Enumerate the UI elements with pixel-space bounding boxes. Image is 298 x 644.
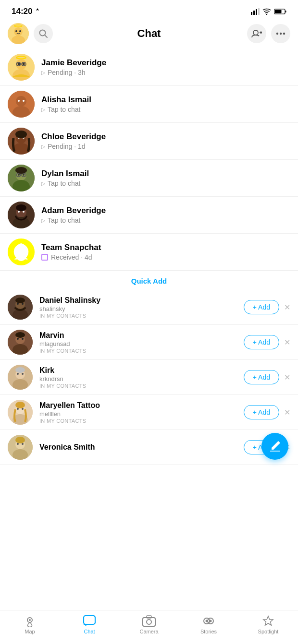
svg-point-79 [22,408,24,410]
qa-tag: IN MY CONTACTS [39,383,244,389]
add-button[interactable]: + Add [244,370,279,384]
add-friend-button[interactable] [247,24,266,43]
svg-point-25 [18,63,20,65]
camera-icon [142,615,156,627]
quick-add-item[interactable]: Kirk krkndrsn IN MY CONTACTS + Add ✕ [0,360,298,395]
status-time: 14:20 [12,7,40,16]
quick-add-item[interactable]: Veronica Smith + Add ✕ [0,430,298,465]
svg-rect-90 [84,616,95,624]
status-bar: 14:20 [0,0,298,20]
time-display: 14:20 [12,7,32,16]
dylan-avatar [8,165,35,191]
qa-info: Daniel Shalinsky shalinsky IN MY CONTACT… [39,296,244,319]
chat-info: Adam Beveridge ▷ Tap to chat [41,206,290,224]
qa-tag: IN MY CONTACTS [39,348,244,354]
svg-point-56 [16,204,26,211]
chat-avatar [8,165,35,191]
nav-label-spotlight: Spotlight [258,629,279,634]
qa-actions: + Add ✕ [244,405,290,419]
chat-icon [83,615,96,627]
nav-item-map[interactable]: Map [0,615,60,634]
nav-label-stories: Stories [200,629,217,634]
add-button[interactable]: + Add [244,335,279,349]
daniel-avatar [8,295,33,320]
add-button[interactable]: + Add [244,300,279,314]
qa-name: Maryellen Tattoo [39,401,244,410]
quick-add-item[interactable]: Marvin mlagunsad IN MY CONTACTS + Add ✕ [0,325,298,360]
tap-icon: ▷ [41,180,45,187]
svg-point-11 [15,30,17,32]
svg-rect-1 [253,11,255,15]
chat-name: Chloe Beveridge [41,132,290,142]
chat-name: Alisha Ismail [41,95,290,105]
svg-point-45 [18,174,20,176]
more-button[interactable] [271,24,290,43]
quick-add-header: Quick Add [0,271,298,290]
chat-item[interactable]: Chloe Beveridge ▷ Pending · 1d [0,123,298,160]
marvin-avatar [8,330,33,355]
avatar-image [8,23,29,44]
snapchat-logo [10,241,32,263]
more-icon [276,32,286,35]
compose-fab[interactable] [261,433,288,460]
qa-username: mellllen [39,410,244,417]
add-button[interactable]: + Add [244,405,279,419]
svg-marker-98 [263,616,273,625]
svg-point-67 [22,338,24,340]
search-button[interactable] [34,24,53,43]
qa-username: krkndrsn [39,375,244,382]
chat-info: Jamie Beveridge ▷ Pending · 3h [41,58,290,76]
user-avatar[interactable] [8,23,29,44]
svg-point-4 [266,14,267,15]
svg-line-15 [45,35,47,37]
nav-item-stories[interactable]: Stories [179,615,238,634]
qa-tag: IN MY CONTACTS [39,418,244,424]
chat-item[interactable]: Jamie Beveridge ▷ Pending · 3h [0,49,298,86]
bottom-nav: Map Chat Camera Stories [0,610,298,644]
search-icon [38,29,48,38]
nav-item-spotlight[interactable]: Spotlight [238,615,298,634]
qa-avatar [8,400,33,425]
svg-rect-6 [286,11,286,12]
dismiss-button[interactable]: ✕ [284,373,290,382]
svg-rect-7 [275,10,282,13]
chat-item[interactable]: Alisha Ismail ▷ Tap to chat [0,86,298,123]
adam-avatar [8,202,35,228]
nav-item-camera[interactable]: Camera [119,615,179,634]
svg-rect-0 [251,12,252,15]
qa-actions: + Add ✕ [244,370,290,384]
spotlight-icon [262,615,274,627]
tap-icon: ▷ [41,217,45,224]
chat-item[interactable]: Dylan Ismail ▷ Tap to chat [0,160,298,197]
dismiss-button[interactable]: ✕ [284,408,290,417]
svg-point-35 [23,100,25,102]
battery-icon [274,8,286,15]
svg-point-41 [15,131,27,138]
svg-point-19 [276,33,278,35]
chat-status-text: Tap to chat [48,179,81,187]
svg-rect-91 [143,618,155,626]
svg-point-73 [22,373,24,375]
chat-item[interactable]: Team Snapchat Received · 4d [0,234,298,271]
pending-icon: ▷ [41,143,45,150]
chat-status: Received · 4d [41,253,290,261]
compose-icon [269,440,281,453]
qa-actions: + Add ✕ [244,335,290,349]
svg-point-21 [283,33,285,35]
qa-name: Veronica Smith [39,443,244,452]
alisha-avatar [8,91,35,118]
svg-point-50 [15,167,27,174]
veronica-avatar [8,435,33,460]
svg-point-16 [253,30,258,35]
chat-item[interactable]: Adam Beveridge ▷ Tap to chat [0,197,298,234]
quick-add-item[interactable]: Daniel Shalinsky shalinsky IN MY CONTACT… [0,290,298,325]
chat-list: Jamie Beveridge ▷ Pending · 3h Alisha [0,49,298,271]
map-icon [24,615,36,627]
qa-name: Daniel Shalinsky [39,296,244,305]
dismiss-button[interactable]: ✕ [284,303,290,312]
svg-point-89 [29,619,31,621]
quick-add-item[interactable]: Maryellen Tattoo mellllen IN MY CONTACTS… [0,395,298,430]
chat-status: ▷ Pending · 3h [41,69,290,76]
dismiss-button[interactable]: ✕ [284,338,290,347]
nav-item-chat[interactable]: Chat [60,615,119,634]
